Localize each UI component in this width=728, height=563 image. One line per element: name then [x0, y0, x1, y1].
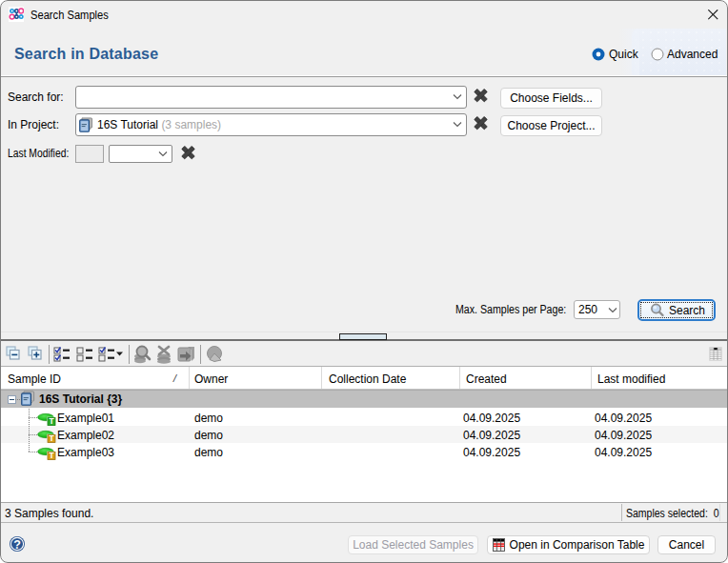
- svg-text:T: T: [49, 451, 54, 460]
- svg-text:T: T: [49, 416, 54, 426]
- svg-text:T: T: [49, 433, 54, 443]
- svg-text:?: ?: [13, 538, 21, 552]
